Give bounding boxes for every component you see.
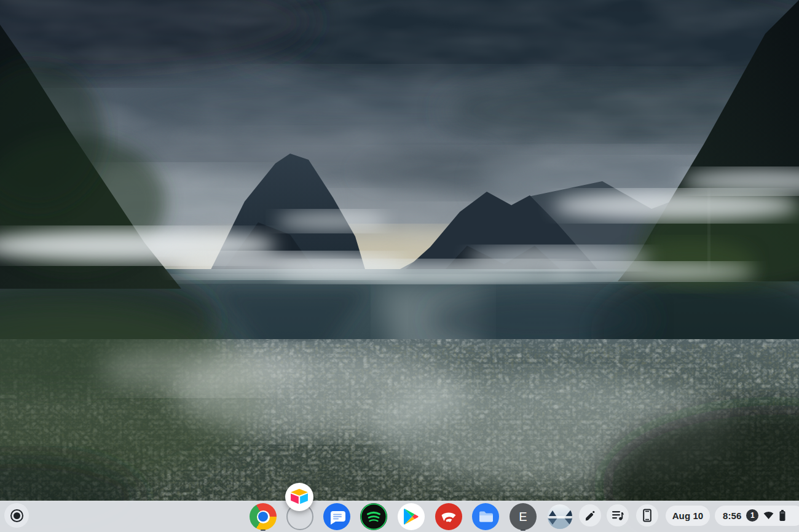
launcher-button[interactable]: [4, 503, 29, 528]
shelf-app-e[interactable]: E: [510, 503, 537, 530]
shelf: E: [0, 501, 799, 532]
time-label: 8:56: [723, 510, 741, 521]
stylus-tools-button[interactable]: [579, 504, 601, 526]
shelf-app-chrome[interactable]: [250, 503, 277, 530]
quick-settings-pill[interactable]: 8:56 1: [715, 506, 799, 526]
shelf-app-stadia[interactable]: [435, 503, 462, 530]
stylus-pen-icon: [584, 509, 596, 522]
photo-app-icon: [548, 504, 572, 529]
launcher-circle-icon: [10, 509, 23, 522]
phone-hub-button[interactable]: [636, 504, 658, 526]
google-play-icon: [404, 509, 419, 525]
playlist-music-icon: [611, 509, 624, 522]
chrome-icon: [250, 503, 277, 530]
wifi-icon: [763, 511, 774, 520]
shelf-app-files[interactable]: [472, 503, 499, 530]
e-app-letter: E: [519, 510, 527, 524]
date-label: Aug 10: [672, 510, 704, 521]
wallpaper-scene: ,: [0, 0, 799, 532]
date-pill[interactable]: Aug 10: [666, 506, 710, 526]
desktop-wallpaper: ,: [0, 0, 799, 532]
media-controls-button[interactable]: [607, 504, 629, 526]
shelf-app-spotify[interactable]: [360, 503, 387, 530]
battery-icon: [779, 509, 786, 522]
airtable-app-dragging[interactable]: [285, 483, 313, 511]
stadia-icon: [435, 503, 462, 530]
e-app-running-indicator: [521, 530, 525, 531]
chromeos-desktop: { "wallpaper": { "name": "milford-sound-…: [0, 0, 799, 532]
notification-badge: 1: [746, 509, 758, 522]
airtable-icon: [289, 488, 310, 506]
messages-icon: [323, 503, 350, 530]
shelf-app-photo[interactable]: [548, 504, 572, 529]
shelf-app-messages[interactable]: [323, 503, 350, 530]
chrome-running-indicator: [261, 530, 266, 531]
notification-count: 1: [750, 511, 755, 520]
spotify-icon: [360, 503, 387, 530]
shelf-app-google-play[interactable]: [398, 503, 425, 530]
phone-icon: [642, 509, 653, 522]
files-icon: [472, 503, 499, 530]
